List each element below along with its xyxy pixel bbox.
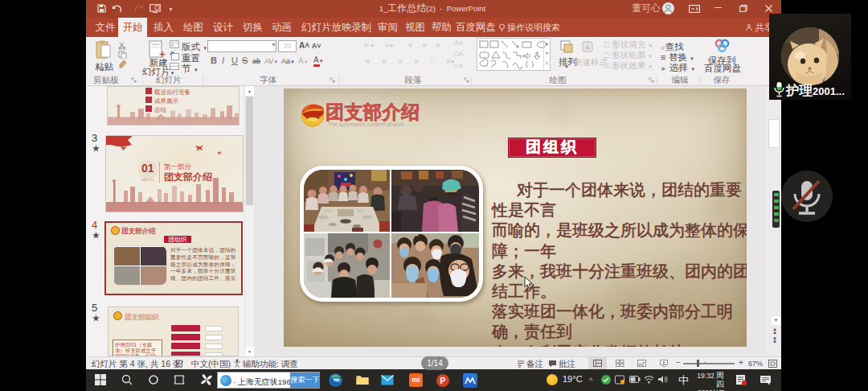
svg-text:P: P: [440, 377, 446, 385]
